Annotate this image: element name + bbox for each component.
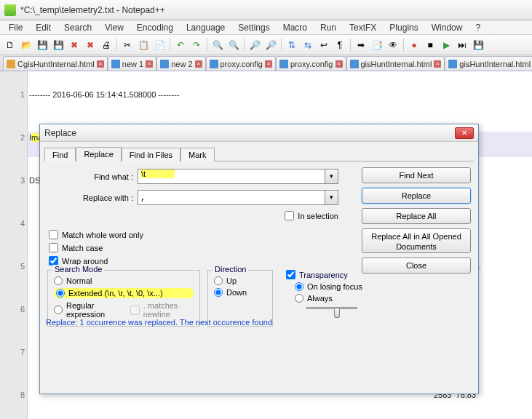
find-what-input[interactable]: \t <box>138 169 325 184</box>
checkbox-icon[interactable] <box>49 230 58 239</box>
menu-search[interactable]: Search <box>58 21 98 34</box>
toolbar-separator <box>281 39 282 52</box>
checkbox-icon[interactable] <box>285 211 294 220</box>
file-tab[interactable]: proxy.config× <box>206 56 277 71</box>
close-icon[interactable]: ✖ <box>67 38 82 52</box>
radio-extended[interactable]: Extended (\n, \r, \t, \0, \x...) <box>54 288 194 298</box>
file-tab[interactable]: new 2× <box>156 56 205 71</box>
menu-encoding[interactable]: Encoding <box>131 21 179 34</box>
print-icon[interactable]: 🖨 <box>99 38 114 52</box>
tab-find[interactable]: Find <box>44 148 76 161</box>
cut-icon[interactable]: ✂ <box>120 38 135 52</box>
menu-plugins[interactable]: Plugins <box>384 21 424 34</box>
radio-always[interactable]: Always <box>295 294 376 303</box>
radio-icon[interactable] <box>56 289 65 298</box>
radio-regex[interactable]: Regular expression . matches newline <box>54 301 194 319</box>
save-all-icon[interactable]: 💾 <box>51 38 65 52</box>
tab-close-icon[interactable]: × <box>434 60 441 68</box>
lang-icon[interactable]: 📑 <box>370 38 384 52</box>
replace-all-docs-button[interactable]: Replace All in All Opened Documents <box>362 228 471 253</box>
menu-macro[interactable]: Macro <box>277 21 313 34</box>
radio-normal[interactable]: Normal <box>54 276 194 285</box>
play-icon[interactable]: ▶ <box>439 38 453 52</box>
menu-run[interactable]: Run <box>314 21 342 34</box>
tab-close-icon[interactable]: × <box>97 60 104 68</box>
replace-all-button[interactable]: Replace All <box>362 208 471 224</box>
file-icon <box>448 60 457 68</box>
copy-icon[interactable]: 📋 <box>136 38 151 52</box>
save-macro-icon[interactable]: 💾 <box>471 38 485 52</box>
sync-v-icon[interactable]: ⇅ <box>285 38 299 52</box>
find-history-dropdown[interactable]: ▾ <box>325 169 338 184</box>
sync-h-icon[interactable]: ⇆ <box>301 38 315 52</box>
menu-window[interactable]: Window <box>426 21 469 34</box>
file-tab[interactable]: gisHuntInternal.html× <box>445 56 532 71</box>
menu-help[interactable]: ? <box>469 21 486 34</box>
close-all-icon[interactable]: ✖ <box>83 38 98 52</box>
indent-icon[interactable]: ➡ <box>354 38 368 52</box>
dialog-titlebar[interactable]: Replace ✕ <box>40 124 478 142</box>
chars-icon[interactable]: ¶ <box>333 38 347 52</box>
replace-button[interactable]: Replace <box>362 188 471 204</box>
radio-icon[interactable] <box>54 276 63 285</box>
tab-close-icon[interactable]: × <box>265 60 272 68</box>
radio-icon[interactable] <box>54 306 63 314</box>
radio-up[interactable]: Up <box>214 276 266 285</box>
radio-down[interactable]: Down <box>214 288 266 297</box>
open-file-icon[interactable]: 📂 <box>19 38 33 52</box>
menu-view[interactable]: View <box>99 21 130 34</box>
replace-history-dropdown[interactable]: ▾ <box>325 190 338 205</box>
file-tab[interactable]: CgisHuntInternal.html× <box>3 56 108 71</box>
paste-icon[interactable]: 📄 <box>152 38 167 52</box>
replace-icon[interactable]: 🔍 <box>226 38 241 52</box>
record-icon[interactable]: ● <box>407 38 421 52</box>
tab-close-icon[interactable]: × <box>336 60 343 68</box>
undo-icon[interactable]: ↶ <box>173 38 188 52</box>
play-multi-icon[interactable]: ⏭ <box>455 38 469 52</box>
tab-mark[interactable]: Mark <box>180 148 214 161</box>
in-selection-checkbox[interactable]: In selection <box>285 211 338 220</box>
app-icon <box>4 4 16 16</box>
slider-thumb-icon[interactable] <box>334 308 340 318</box>
tab-find-in-files[interactable]: Find in Files <box>122 148 180 161</box>
menu-edit[interactable]: Edit <box>30 21 57 34</box>
find-next-button[interactable]: Find Next <box>362 167 471 183</box>
transparency-checkbox[interactable]: Transparency <box>286 270 376 279</box>
file-tab-label: gisHuntInternal.html <box>459 60 531 68</box>
transparency-slider[interactable] <box>306 307 357 319</box>
menu-file[interactable]: File <box>3 21 28 34</box>
checkbox-icon[interactable] <box>286 270 295 279</box>
line-number: 1 <box>0 90 25 99</box>
menu-settings[interactable]: Settings <box>232 21 275 34</box>
save-icon[interactable]: 💾 <box>35 38 49 52</box>
radio-icon[interactable] <box>214 288 223 297</box>
zoom-out-icon[interactable]: 🔎 <box>263 38 278 52</box>
tab-close-icon[interactable]: × <box>146 60 153 68</box>
file-tab[interactable]: proxy.config× <box>276 56 346 71</box>
find-icon[interactable]: 🔍 <box>210 38 225 52</box>
dialog-body: Find what : \t ▾ Replace with : ▾ In sel… <box>40 161 478 330</box>
stop-icon[interactable]: ■ <box>423 38 437 52</box>
find-value-highlight: \t <box>140 169 175 178</box>
menu-language[interactable]: Language <box>180 21 231 34</box>
dialog-close-button[interactable]: ✕ <box>455 127 474 139</box>
file-icon <box>111 60 120 68</box>
replace-with-input[interactable] <box>138 190 325 205</box>
tab-replace[interactable]: Replace <box>76 147 121 161</box>
file-tab[interactable]: new 1× <box>108 56 156 71</box>
wrap-icon[interactable]: ↩ <box>317 38 331 52</box>
radio-on-losing-focus[interactable]: On losing focus <box>295 282 376 291</box>
radio-icon[interactable] <box>214 276 223 285</box>
file-tab[interactable]: gisHuntInternal.html× <box>346 56 445 71</box>
redo-icon[interactable]: ↷ <box>189 38 204 52</box>
radio-icon[interactable] <box>295 294 303 303</box>
file-tab-label: new 1 <box>122 60 143 68</box>
monitor-icon[interactable]: 👁 <box>386 38 400 52</box>
tab-close-icon[interactable]: × <box>195 60 202 68</box>
line-number: 2 <box>0 133 25 142</box>
menu-textfx[interactable]: TextFX <box>344 21 382 34</box>
new-file-icon[interactable]: 🗋 <box>3 38 17 52</box>
zoom-in-icon[interactable]: 🔎 <box>247 38 262 52</box>
radio-icon[interactable] <box>295 282 303 291</box>
checkbox-icon[interactable] <box>49 243 58 252</box>
